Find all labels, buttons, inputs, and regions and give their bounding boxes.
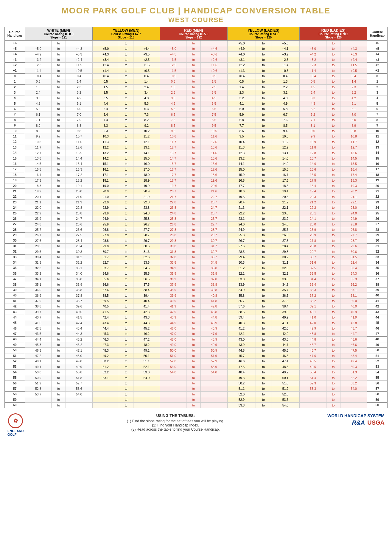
cell: +5.0 [25,46,52,51]
cell: +5 [5,46,25,51]
cell: 58 [367,392,388,397]
cell: 35.5 [133,271,160,276]
cell: 40.8 [201,293,227,298]
cell: 17.4 [340,172,367,177]
cell: 13.1 [133,145,160,150]
cell [92,397,119,402]
cell: to [256,353,271,358]
cell: to [52,249,66,254]
cell: 9.4 [271,128,300,134]
cell: 41 [5,298,25,304]
cell: 51.3 [340,370,367,375]
cell: 35.9 [66,282,92,287]
cell: 27.5 [271,238,300,243]
cell: to [52,73,66,79]
cell: 31 [5,243,25,249]
cell: 34.9 [227,287,256,293]
table-row: 5853.7to54.0toto52.0to52.8to58 [5,392,388,397]
cell: 9.9 [25,134,52,139]
cell: 33.4 [340,265,367,271]
cell: to [119,342,133,347]
cell: to [256,101,271,106]
cell: 5 [367,101,388,106]
cell: 28.7 [133,233,160,238]
cell: 16.7 [160,167,186,172]
cell: 12 [5,139,25,145]
cell: 25.8 [340,222,367,227]
cell: 52.9 [227,397,256,402]
cell: to [119,150,133,156]
cell: to [52,167,66,172]
cell: 48.9 [201,337,227,342]
cell: to [119,337,133,342]
cell: 35.8 [227,293,256,298]
cell: 2.6 [160,90,186,95]
cell: 37.9 [160,282,186,287]
cell: to [186,353,201,358]
cell [340,397,367,402]
cell: to [186,84,201,90]
cell: 4.4 [92,101,119,106]
cell: to [119,359,133,364]
cell: 34.8 [271,282,300,287]
cell: +1.4 [300,68,326,73]
england-golf-text: ENGLANDGOLF [7,429,24,436]
cell: +6 [367,41,388,46]
cell: 20.3 [300,194,326,200]
cell: 37.5 [271,298,300,304]
cell: 53 [5,364,25,370]
cell: to [52,359,66,364]
cell: 40.2 [271,315,300,320]
cell: 8.9 [25,128,52,134]
cell: 49 [5,342,25,347]
cell: to [52,320,66,326]
cell: 18.6 [227,188,256,194]
cell: 21.7 [160,194,186,200]
cell [160,375,186,381]
cell: to [326,370,340,375]
cell: to [119,188,133,194]
table-row: 4339.7to40.641.5to42.342.9to43.838.5to39… [5,309,388,315]
cell: to [186,112,201,117]
cell: 40 [367,293,388,298]
cell: 7.5 [201,112,227,117]
cell: 18.7 [160,178,186,183]
cell: 54.0 [133,375,160,381]
cell: to [119,271,133,276]
cell: 47 [5,331,25,337]
cell: 30.6 [340,249,367,254]
cell: 34.1 [25,276,52,282]
cell: 11.6 [201,134,227,139]
cell: 13.7 [300,156,326,161]
cell: 41.8 [201,298,227,304]
cell: 45.6 [271,348,300,353]
cell: to [52,337,66,342]
cell: 26 [5,216,25,221]
table-row: 1412.7to13.513.2to14.113.7to14.612.3to13… [5,150,388,156]
cell: to [256,84,271,90]
cell [66,403,92,408]
cell: 38.5 [227,309,256,315]
cell: 21.2 [271,200,300,205]
cell: 45 [5,320,25,326]
cell: 24.0 [340,211,367,216]
cell: to [119,331,133,337]
cell: 19.6 [201,178,227,183]
cell: to [256,320,271,326]
cell: to [186,233,201,238]
cell: 32.0 [271,265,300,271]
cell: to [52,222,66,227]
cell: to [186,156,201,161]
cell: 36.0 [25,287,52,293]
cell: +2.3 [271,57,300,62]
cell: to [326,172,340,177]
cell [92,381,119,386]
cell: 39.4 [227,315,256,320]
cell: to [52,128,66,134]
cell: +0.6 [201,68,227,73]
cell: to [119,315,133,320]
cell: 20.6 [201,183,227,188]
cell: to [256,90,271,95]
cell: to [52,117,66,123]
cell: 17.1 [92,172,119,177]
